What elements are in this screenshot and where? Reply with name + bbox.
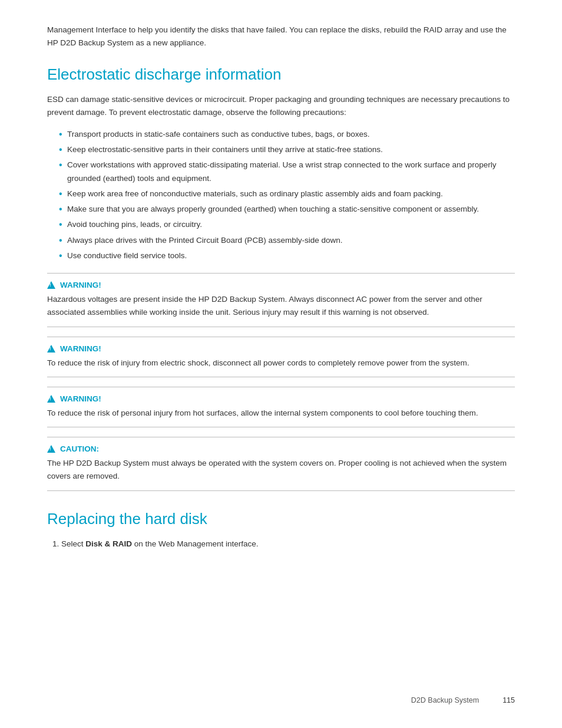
intro-paragraph: Management Interface to help you identif… [47, 24, 515, 49]
caution-triangle-icon [47, 445, 55, 453]
footer-product-name: D2D Backup System [411, 696, 479, 704]
list-item: Use conductive field service tools. [59, 249, 515, 262]
footer-page-number: 115 [503, 696, 515, 704]
esd-body-text: ESD can damage static-sensitive devices … [47, 93, 515, 120]
page-footer: D2D Backup System 115 [0, 696, 562, 704]
esd-bullet-list: Transport products in static-safe contai… [59, 128, 515, 262]
caution-text: The HP D2D Backup System must always be … [47, 457, 515, 483]
warning-triangle-icon-1 [47, 281, 55, 289]
warning-triangle-icon-3 [47, 395, 55, 403]
caution-box: CAUTION: The HP D2D Backup System must a… [47, 437, 515, 491]
caution-header: CAUTION: [47, 444, 515, 453]
warning-header-3: WARNING! [47, 394, 515, 403]
list-item: Select Disk & RAID on the Web Management… [61, 538, 515, 551]
list-item: Make sure that you are always properly g… [59, 203, 515, 216]
warning-text-3: To reduce the risk of personal injury fr… [47, 407, 515, 420]
step-text: Select [61, 539, 85, 548]
warning-box-1: WARNING! Hazardous voltages are present … [47, 273, 515, 327]
warning-label-1: WARNING! [60, 281, 101, 289]
warning-label-3: WARNING! [60, 394, 101, 403]
step-text-after: on the Web Management interface. [132, 539, 258, 548]
list-item: Keep electrostatic-sensitive parts in th… [59, 143, 515, 156]
replacing-steps-list: Select Disk & RAID on the Web Management… [61, 538, 515, 551]
warning-text-1: Hazardous voltages are present inside th… [47, 293, 515, 319]
replacing-section-title: Replacing the hard disk [47, 510, 515, 528]
warning-label-2: WARNING! [60, 344, 101, 353]
warning-box-2: WARNING! To reduce the risk of injury fr… [47, 337, 515, 377]
list-item: Cover workstations with approved static-… [59, 159, 515, 185]
list-item: Transport products in static-safe contai… [59, 128, 515, 141]
page: Management Interface to help you identif… [0, 0, 562, 728]
caution-label: CAUTION: [60, 444, 99, 453]
list-item: Keep work area free of nonconductive mat… [59, 187, 515, 200]
warning-box-3: WARNING! To reduce the risk of personal … [47, 387, 515, 427]
esd-section-title: Electrostatic discharge information [47, 65, 515, 84]
warning-triangle-icon-2 [47, 345, 55, 353]
warning-text-2: To reduce the risk of injury from electr… [47, 357, 515, 370]
step-bold-text: Disk & RAID [85, 539, 132, 548]
list-item: Avoid touching pins, leads, or circuitry… [59, 218, 515, 231]
warning-header-1: WARNING! [47, 281, 515, 289]
list-item: Always place drives with the Printed Cir… [59, 234, 515, 247]
warning-header-2: WARNING! [47, 344, 515, 353]
